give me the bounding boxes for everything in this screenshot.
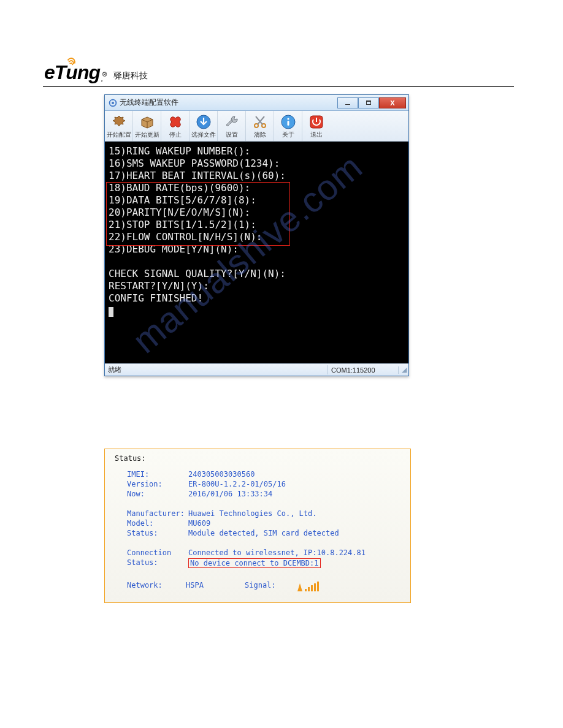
toolbar-label: 选择文件 xyxy=(191,131,216,139)
console-line: 20)PARITY[N/E/O/M/S](N): xyxy=(109,207,250,218)
console-line: 18)BAUD RATE(bps)(9600): xyxy=(109,182,250,194)
conn-status-label: Status: xyxy=(127,558,188,568)
version-value: ER-800U-1.2.2-01/05/16 xyxy=(188,480,286,488)
app-window: 无线终端配置软件 X 开始配置 开始更新 停止 选 xyxy=(104,94,409,376)
console-output[interactable]: 15)RING WAKEUP NUMBER(): 16)SMS WAKEUP P… xyxy=(105,142,408,363)
window-controls: X xyxy=(337,97,406,108)
header-divider xyxy=(43,86,514,87)
console-line: 15)RING WAKEUP NUMBER(): xyxy=(109,145,250,157)
status-heading: Status: xyxy=(115,454,404,463)
connection-label: Connection xyxy=(127,548,188,557)
svg-rect-11 xyxy=(287,121,289,126)
status-panel: Status: IMEI:240305003030560 Version:ER-… xyxy=(104,449,411,603)
start-config-button[interactable]: 开始配置 xyxy=(105,111,133,141)
manufacturer-value: Huawei Technologies Co., Ltd. xyxy=(188,509,317,518)
wrench-icon xyxy=(223,113,240,131)
console-line: 22)FLOW CONTROL[N/H/S](N): xyxy=(109,231,262,243)
about-button[interactable]: 关于 xyxy=(274,111,302,141)
app-icon xyxy=(109,99,117,107)
toolbar: 开始配置 开始更新 停止 选择文件 设置 清除 xyxy=(105,111,408,142)
company-name: 驿唐科技 xyxy=(113,70,148,84)
window-title: 无线终端配置软件 xyxy=(120,97,178,108)
toolbar-label: 设置 xyxy=(226,131,238,139)
now-value: 2016/01/06 13:33:34 xyxy=(188,490,272,498)
status-right: COM1:115200 xyxy=(327,366,399,374)
signal-icon xyxy=(297,579,324,591)
network-label: Network: xyxy=(127,581,182,590)
maximize-button[interactable] xyxy=(358,97,379,108)
package-icon xyxy=(139,113,156,131)
console-line: CHECK SIGNAL QUALITY?[Y/N](N): xyxy=(109,268,286,279)
power-icon xyxy=(308,113,325,131)
clear-button[interactable]: 清除 xyxy=(246,111,274,141)
toolbar-label: 清除 xyxy=(254,131,266,139)
console-line: 23)DEBUG MODE[Y/N](N): xyxy=(109,243,239,255)
etung-logo: eTung.® xyxy=(44,61,105,84)
settings-button[interactable]: 设置 xyxy=(218,111,246,141)
signal-label: Signal: xyxy=(245,581,294,590)
statusbar: 就绪 COM1:115200 ◢ xyxy=(105,363,408,376)
resize-grip-icon[interactable]: ◢ xyxy=(399,366,408,374)
x-icon xyxy=(167,113,184,131)
now-label: Now: xyxy=(127,490,188,498)
console-line: RESTART?[Y/N](Y): xyxy=(109,280,209,292)
download-icon xyxy=(195,113,212,131)
manufacturer-label: Manufacturer: xyxy=(127,509,188,518)
info-icon xyxy=(280,113,297,131)
console-line: 17)HEART BEAT INTERVAL(s)(60): xyxy=(109,170,286,181)
cursor-icon xyxy=(109,307,113,317)
connection-value: Connected to wirelessnet, IP:10.8.224.81 xyxy=(188,548,366,557)
network-value: HSPA xyxy=(186,581,241,590)
svg-point-10 xyxy=(287,118,289,119)
svg-point-1 xyxy=(112,102,114,104)
exit-button[interactable]: 退出 xyxy=(302,111,331,141)
conn-status-value: No device connect to DCEMBD:1 xyxy=(188,558,321,568)
toolbar-label: 关于 xyxy=(282,131,294,139)
imei-value: 240305003030560 xyxy=(188,470,255,479)
module-status-value: Module detected, SIM card detected xyxy=(188,529,339,537)
toolbar-label: 停止 xyxy=(169,131,182,139)
toolbar-label: 开始更新 xyxy=(135,131,159,139)
stop-button[interactable]: 停止 xyxy=(161,111,190,141)
module-status-label: Status: xyxy=(127,529,188,537)
version-label: Version: xyxy=(127,480,188,488)
gear-fancy-icon xyxy=(110,113,128,131)
scissors-icon xyxy=(251,113,269,131)
console-line: 19)DATA BITS[5/6/7/8](8): xyxy=(109,194,256,206)
choose-file-button[interactable]: 选择文件 xyxy=(190,111,218,141)
close-button[interactable]: X xyxy=(379,97,406,108)
console-line: 16)SMS WAKEUP PASSWORD(1234): xyxy=(109,157,280,169)
titlebar[interactable]: 无线终端配置软件 X xyxy=(105,95,408,111)
toolbar-label: 开始配置 xyxy=(107,131,131,139)
console-line: 21)STOP BITS[1/1.5/2](1): xyxy=(109,219,256,230)
minimize-button[interactable] xyxy=(337,97,358,108)
model-value: MU609 xyxy=(188,519,210,528)
status-left: 就绪 xyxy=(105,365,327,374)
model-label: Model: xyxy=(127,519,188,528)
start-update-button[interactable]: 开始更新 xyxy=(133,111,161,141)
doc-header: eTung.® 驿唐科技 xyxy=(43,61,520,84)
imei-label: IMEI: xyxy=(127,470,188,479)
toolbar-label: 退出 xyxy=(310,131,323,139)
console-line: CONFIG FINISHED! xyxy=(109,292,203,304)
